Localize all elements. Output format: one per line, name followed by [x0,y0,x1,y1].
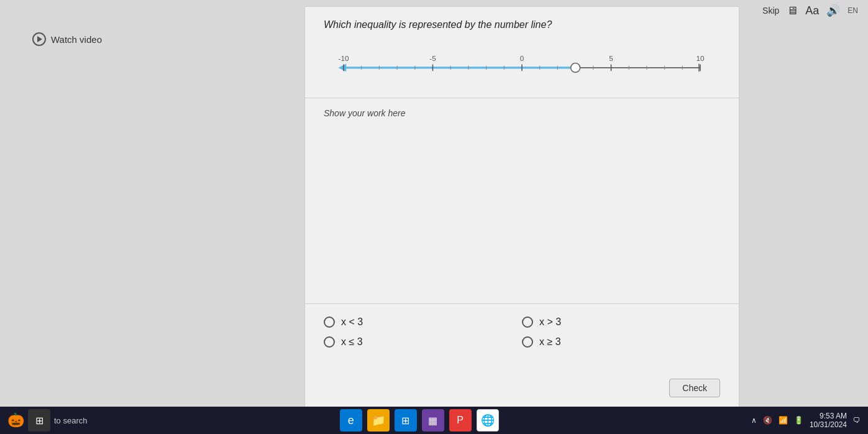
time: 9:53 AM [810,412,847,420]
network-icon[interactable]: 📶 [779,416,788,425]
system-tray-up: ∧ [751,416,757,425]
taskbar-right: ∧ 🔇 📶 🔋 9:53 AM 10/31/2024 🗨 [751,412,861,429]
choice-row-4: x ≥ 3 [522,336,720,348]
taskbar-app-chrome[interactable]: 🌐 [477,409,499,432]
choice-row-2: x > 3 [522,316,720,328]
work-textarea[interactable] [324,123,720,291]
taskbar-app-red[interactable]: P [449,409,472,432]
sound-icon[interactable]: 🔊 [826,4,840,17]
taskbar-app-edge[interactable]: e [340,409,362,432]
question-area: Which inequality is represented by the n… [305,7,739,98]
check-area: Check [669,379,720,397]
notification-icon[interactable]: 🗨 [853,416,861,425]
taskbar-app-start[interactable]: ⊞ [395,409,417,432]
pumpkin-icon: 🎃 [7,412,24,428]
choice-row-1: x < 3 [324,316,522,328]
taskbar: 🎃 ⊞ to search e 📁 ⊞ ▦ P 🌐 ∧ 🔇 📶 🔋 9:53 A… [0,407,868,434]
number-line-svg: -10 -5 0 5 10 [324,48,720,84]
volume-icon[interactable]: 🔇 [763,416,772,425]
choice-label-a3[interactable]: x ≤ 3 [341,336,363,348]
search-text: to search [54,416,87,425]
watch-video-button[interactable]: Watch video [32,32,102,46]
taskbar-app-purple[interactable]: ▦ [422,409,444,432]
svg-text:-10: -10 [339,54,349,62]
radio-a1[interactable] [324,316,335,328]
play-icon [32,32,46,46]
check-button[interactable]: Check [669,379,720,397]
answer-choices: x < 3 x > 3 x ≤ 3 x ≥ 3 [305,304,739,379]
taskbar-left: 🎃 ⊞ to search [7,409,87,432]
question-text: Which inequality is represented by the n… [324,19,720,30]
choice-row-3: x ≤ 3 [324,336,522,348]
battery-icon[interactable]: 🔋 [794,416,803,425]
clock: 9:53 AM 10/31/2024 [810,412,847,429]
top-bar: Skip 🖥 Aa 🔊 EN [752,0,868,21]
watch-video-label: Watch video [51,34,102,45]
radio-a2[interactable] [522,316,533,328]
svg-text:-5: -5 [429,54,436,62]
svg-marker-2 [338,64,346,72]
number-line-container: -10 -5 0 5 10 [324,42,720,79]
radio-a3[interactable] [324,336,335,348]
work-area: Show your work here [305,98,739,304]
skip-button[interactable]: Skip [762,6,779,16]
svg-text:0: 0 [520,54,524,62]
taskbar-app-split[interactable]: ⊞ [28,409,50,432]
choice-label-a4[interactable]: x ≥ 3 [539,336,561,348]
svg-point-31 [571,63,580,72]
svg-text:5: 5 [609,54,613,62]
date: 10/31/2024 [810,420,847,429]
taskbar-app-folder[interactable]: 📁 [367,409,390,432]
taskbar-apps: e 📁 ⊞ ▦ P 🌐 [340,409,499,432]
radio-a4[interactable] [522,336,533,348]
main-panel: Which inequality is represented by the n… [304,6,739,410]
language-label: EN [847,6,858,15]
choice-label-a2[interactable]: x > 3 [539,316,561,328]
svg-text:10: 10 [697,54,705,62]
display-icon[interactable]: 🖥 [787,4,798,17]
font-icon[interactable]: Aa [805,4,819,17]
choice-label-a1[interactable]: x < 3 [341,316,363,328]
show-work-label: Show your work here [324,108,720,118]
